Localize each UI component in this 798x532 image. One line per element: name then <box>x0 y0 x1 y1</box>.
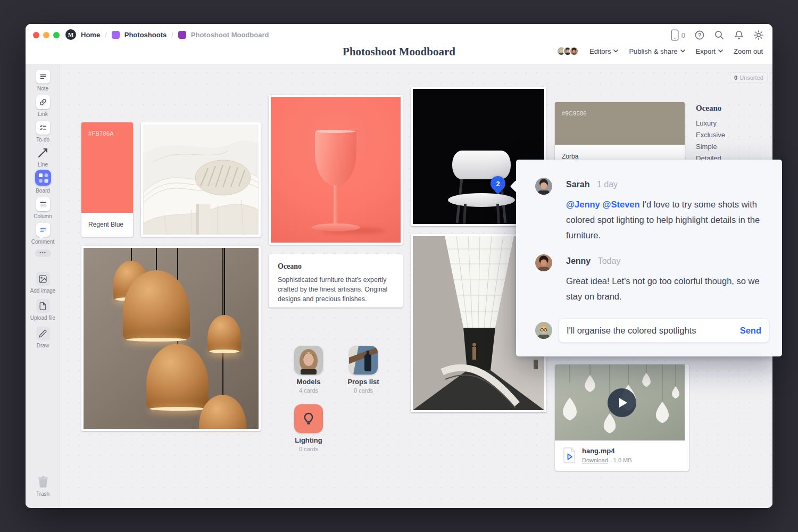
models-thumbnail[interactable] <box>294 346 323 375</box>
comment-author: Jenny <box>566 256 591 265</box>
breadcrumb-separator: / <box>171 31 173 39</box>
breadcrumb-separator: / <box>105 31 107 39</box>
tool-line[interactable]: Line <box>26 146 60 168</box>
word-list-item: Luxury <box>696 118 770 129</box>
tool-note[interactable]: Note <box>26 70 60 92</box>
chevron-down-icon <box>613 49 618 53</box>
publish-share-dropdown[interactable]: Publish & share <box>629 47 685 55</box>
pendant-lamps-image[interactable] <box>81 246 261 431</box>
file-icon <box>38 302 47 311</box>
editor-avatars[interactable] <box>556 46 579 56</box>
avatar-steven <box>535 322 552 339</box>
window-controls[interactable] <box>33 32 60 38</box>
chevron-down-icon <box>680 49 685 53</box>
tool-add-image[interactable]: Add image <box>26 272 60 294</box>
architecture-image[interactable] <box>141 122 261 237</box>
breadcrumb-home[interactable]: Home <box>81 31 100 39</box>
device-count: 0 <box>681 31 685 39</box>
comment-input[interactable] <box>567 326 735 336</box>
header-icon-row: 0 ? <box>671 29 764 41</box>
word-list-item: Exclusive <box>696 129 770 141</box>
comment-popup: Sarah 1 day @Jenny @Steven I'd love to t… <box>516 160 782 356</box>
video-thumbnail <box>555 364 689 440</box>
more-icon: ••• <box>35 250 51 257</box>
pencil-icon <box>38 329 47 338</box>
play-button[interactable] <box>608 388 636 417</box>
trash-icon <box>36 475 50 489</box>
export-dropdown[interactable]: Export <box>696 47 724 55</box>
props-thumbnail[interactable] <box>349 346 378 375</box>
comment-pin[interactable]: 2 <box>491 176 505 191</box>
note-icon <box>39 72 47 81</box>
download-link[interactable]: Download <box>582 457 608 463</box>
close-window-button[interactable] <box>33 32 39 38</box>
note-body: Sophisticated furniture that's expertly … <box>278 275 394 304</box>
video-filename: hang.mp4 <box>582 447 632 455</box>
maximize-window-button[interactable] <box>53 32 60 38</box>
zoom-out-button[interactable]: Zoom out <box>734 47 763 55</box>
tool-board[interactable]: Board <box>26 170 60 194</box>
chevron-down-icon <box>718 49 723 53</box>
tool-draw[interactable]: Draw <box>26 327 60 348</box>
notifications-button[interactable] <box>734 30 744 40</box>
send-button[interactable]: Send <box>740 326 761 336</box>
minimize-window-button[interactable] <box>43 32 49 38</box>
board-icon <box>35 170 51 186</box>
comment-text: Great idea! Let's not go too colorful th… <box>566 276 760 301</box>
search-button[interactable] <box>714 30 725 40</box>
swatch-hex-value: #FB786A <box>88 130 114 137</box>
app-logo[interactable]: M <box>65 29 76 40</box>
comment-message: Great idea! Let's not go too colorful th… <box>566 273 768 304</box>
bell-icon <box>734 30 744 40</box>
swatch-name: Regent Blue <box>81 213 133 236</box>
comment-message: @Jenny @Steven I'd love to try some shot… <box>566 197 768 243</box>
arrow-line-icon <box>37 146 49 159</box>
mention-links[interactable]: @Jenny @Steven <box>566 200 640 209</box>
image-icon <box>38 275 47 284</box>
coral-goblet-image[interactable] <box>269 95 403 245</box>
tool-upload-file[interactable]: Upload file <box>26 299 60 321</box>
word-list-title: Oceano <box>696 104 770 113</box>
tool-more[interactable]: ••• <box>26 250 60 257</box>
column-icon <box>39 200 47 209</box>
color-swatch-regent-blue[interactable]: #FB786A Regent Blue <box>81 122 133 237</box>
tool-todo[interactable]: To-do <box>26 121 60 143</box>
link-icon <box>39 98 47 106</box>
video-file-icon <box>562 447 576 463</box>
note-card[interactable]: Oceano Sophisticated furniture that's ex… <box>269 254 403 307</box>
lighting-thumbnail[interactable] <box>294 404 323 433</box>
tool-link[interactable]: Link <box>26 95 60 117</box>
zoom-out-label: Zoom out <box>734 47 763 55</box>
gear-icon <box>753 30 764 40</box>
header: M Home / Photoshoots / Photoshoot Moodbo… <box>26 24 772 64</box>
board-tile-models[interactable]: Models 4 cards <box>294 346 323 375</box>
tool-comment[interactable]: Comment <box>26 223 60 245</box>
avatar-jenny <box>535 254 552 271</box>
video-card[interactable]: hang.mp4 Download - 1.0 MB <box>555 364 689 471</box>
trash-target[interactable]: Trash <box>26 475 60 497</box>
settings-button[interactable] <box>753 30 764 40</box>
board-tile-lighting[interactable]: Lighting 0 cards <box>294 404 323 433</box>
breadcrumb-photoshoots[interactable]: Photoshoots <box>124 31 167 39</box>
avatar-jenny[interactable] <box>569 46 579 56</box>
help-button[interactable]: ? <box>694 30 705 40</box>
tool-sidebar: Note Link To-do Line Board Column <box>26 64 60 508</box>
breadcrumb-current: Photoshoot Moodboard <box>191 31 269 39</box>
svg-text:?: ? <box>698 32 701 38</box>
mobile-devices-button[interactable]: 0 <box>671 29 685 41</box>
tool-column[interactable]: Column <box>26 197 60 219</box>
unsorted-label: Unsorted <box>739 74 763 81</box>
editors-dropdown[interactable]: Editors <box>589 47 618 55</box>
search-icon <box>714 30 725 40</box>
lightbulb-icon <box>301 411 316 426</box>
unsorted-badge[interactable]: 0 Unsorted <box>730 72 768 82</box>
board-tile-props-list[interactable]: Props list 0 cards <box>349 346 378 375</box>
board-icon-photoshoots <box>112 31 120 39</box>
swatch-hex-value: #9C9586 <box>562 110 587 117</box>
comment-author: Sarah <box>566 180 589 189</box>
word-list-item: Simple <box>696 141 770 153</box>
comment-icon <box>39 226 47 234</box>
word-list-card[interactable]: Oceano Luxury Exclusive Simple Detailed <box>696 104 770 164</box>
unsorted-count: 0 <box>734 74 737 81</box>
note-title: Oceano <box>278 262 394 271</box>
